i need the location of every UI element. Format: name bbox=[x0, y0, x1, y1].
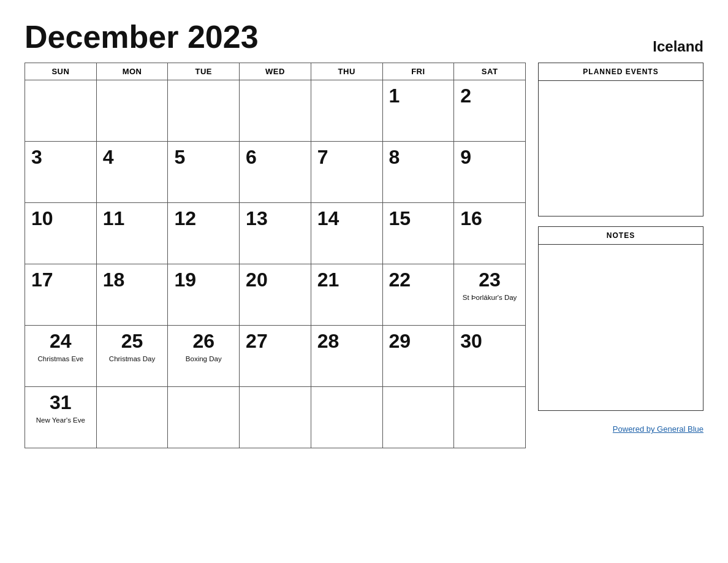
calendar-cell: 19 bbox=[168, 264, 240, 326]
planned-events-title: PLANNED EVENTS bbox=[539, 63, 703, 81]
calendar-cell: 22 bbox=[382, 264, 454, 326]
calendar-cell: 4 bbox=[96, 142, 168, 203]
day-of-week-header: WED bbox=[240, 63, 311, 80]
day-number: 1 bbox=[389, 85, 400, 107]
calendar-cell bbox=[382, 387, 454, 448]
country-title: Iceland bbox=[653, 38, 703, 55]
calendar-cell bbox=[168, 387, 240, 448]
calendar-cell: 28 bbox=[311, 326, 382, 387]
calendar-cell bbox=[96, 80, 168, 142]
day-number: 23 bbox=[479, 269, 501, 291]
calendar-cell: 30 bbox=[454, 326, 526, 387]
day-number: 14 bbox=[317, 208, 339, 229]
holiday-label: New Year's Eve bbox=[36, 416, 85, 425]
day-of-week-header: SAT bbox=[454, 63, 526, 80]
calendar-cell: 23St Þorlákur's Day bbox=[454, 264, 526, 326]
day-number: 16 bbox=[460, 208, 482, 229]
calendar-cell bbox=[240, 387, 311, 448]
planned-events-box: PLANNED EVENTS bbox=[538, 63, 703, 216]
calendar-cell: 11 bbox=[96, 203, 168, 264]
day-number: 18 bbox=[103, 269, 125, 291]
day-number: 26 bbox=[192, 331, 214, 352]
day-number: 25 bbox=[121, 331, 143, 352]
day-number: 29 bbox=[389, 331, 411, 352]
calendar-cell: 20 bbox=[240, 264, 311, 326]
day-number: 24 bbox=[50, 331, 72, 352]
day-number: 13 bbox=[246, 208, 268, 229]
powered-by-link[interactable]: Powered by General Blue bbox=[613, 424, 703, 434]
calendar-cell: 21 bbox=[311, 264, 382, 326]
calendar-cell bbox=[168, 80, 240, 142]
calendar-cell: 25Christmas Day bbox=[96, 326, 168, 387]
calendar-week-row: 12 bbox=[25, 80, 526, 142]
day-number: 30 bbox=[460, 331, 482, 352]
calendar-cell: 16 bbox=[454, 203, 526, 264]
day-number: 27 bbox=[246, 331, 268, 352]
day-number: 9 bbox=[460, 147, 471, 168]
calendar-cell: 24Christmas Eve bbox=[25, 326, 97, 387]
calendar-cell: 13 bbox=[240, 203, 311, 264]
calendar-cell bbox=[311, 387, 382, 448]
holiday-label: St Þorlákur's Day bbox=[463, 293, 517, 302]
day-number: 4 bbox=[103, 147, 114, 168]
day-number: 21 bbox=[317, 269, 339, 291]
calendar-week-row: 31New Year's Eve bbox=[25, 387, 526, 448]
calendar-cell: 2 bbox=[454, 80, 526, 142]
calendar-cell bbox=[96, 387, 168, 448]
day-number: 31 bbox=[50, 392, 72, 413]
day-number: 7 bbox=[317, 147, 328, 168]
calendar-cell: 14 bbox=[311, 203, 382, 264]
day-number: 20 bbox=[246, 269, 268, 291]
day-number: 5 bbox=[174, 147, 185, 168]
holiday-label: Christmas Eve bbox=[37, 354, 83, 364]
sidebar: PLANNED EVENTS NOTES Powered by General … bbox=[538, 63, 703, 434]
day-of-week-header: THU bbox=[311, 63, 382, 80]
day-of-week-header: TUE bbox=[168, 63, 240, 80]
calendar-cell: 12 bbox=[168, 203, 240, 264]
holiday-label: Christmas Day bbox=[109, 354, 155, 364]
holiday-label: Boxing Day bbox=[186, 354, 222, 364]
calendar-cell bbox=[311, 80, 382, 142]
month-title: December 2023 bbox=[25, 18, 259, 55]
powered-by: Powered by General Blue bbox=[538, 424, 703, 434]
calendar-cell: 29 bbox=[382, 326, 454, 387]
day-number: 12 bbox=[174, 208, 196, 229]
day-of-week-header: MON bbox=[96, 63, 168, 80]
calendar-cell: 6 bbox=[240, 142, 311, 203]
calendar-week-row: 3456789 bbox=[25, 142, 526, 203]
day-number: 8 bbox=[389, 147, 400, 168]
calendar-cell bbox=[240, 80, 311, 142]
day-number: 28 bbox=[317, 331, 339, 352]
calendar-cell: 31New Year's Eve bbox=[25, 387, 97, 448]
calendar-cell bbox=[454, 387, 526, 448]
notes-box: NOTES bbox=[538, 226, 703, 411]
calendar-cell bbox=[25, 80, 97, 142]
calendar-cell: 5 bbox=[168, 142, 240, 203]
calendar-cell: 26Boxing Day bbox=[168, 326, 240, 387]
calendar-table: SUNMONTUEWEDTHUFRISAT 123456789101112131… bbox=[25, 63, 526, 448]
calendar-cell: 9 bbox=[454, 142, 526, 203]
day-number: 3 bbox=[31, 147, 42, 168]
day-number: 15 bbox=[389, 208, 411, 229]
day-of-week-header: SUN bbox=[25, 63, 97, 80]
calendar-cell: 3 bbox=[25, 142, 97, 203]
calendar-cell: 7 bbox=[311, 142, 382, 203]
day-of-week-header: FRI bbox=[382, 63, 454, 80]
calendar-cell: 10 bbox=[25, 203, 97, 264]
calendar-week-row: 24Christmas Eve25Christmas Day26Boxing D… bbox=[25, 326, 526, 387]
planned-events-content bbox=[539, 81, 703, 216]
notes-title: NOTES bbox=[539, 227, 703, 245]
day-number: 17 bbox=[31, 269, 53, 291]
day-number: 11 bbox=[103, 208, 125, 229]
day-number: 6 bbox=[246, 147, 257, 168]
calendar-cell: 18 bbox=[96, 264, 168, 326]
calendar-cell: 1 bbox=[382, 80, 454, 142]
day-number: 10 bbox=[31, 208, 53, 229]
day-number: 22 bbox=[389, 269, 411, 291]
calendar-cell: 17 bbox=[25, 264, 97, 326]
day-number: 2 bbox=[460, 85, 471, 107]
calendar-cell: 15 bbox=[382, 203, 454, 264]
calendar-cell: 8 bbox=[382, 142, 454, 203]
calendar-week-row: 17181920212223St Þorlákur's Day bbox=[25, 264, 526, 326]
calendar-section: SUNMONTUEWEDTHUFRISAT 123456789101112131… bbox=[25, 63, 526, 448]
